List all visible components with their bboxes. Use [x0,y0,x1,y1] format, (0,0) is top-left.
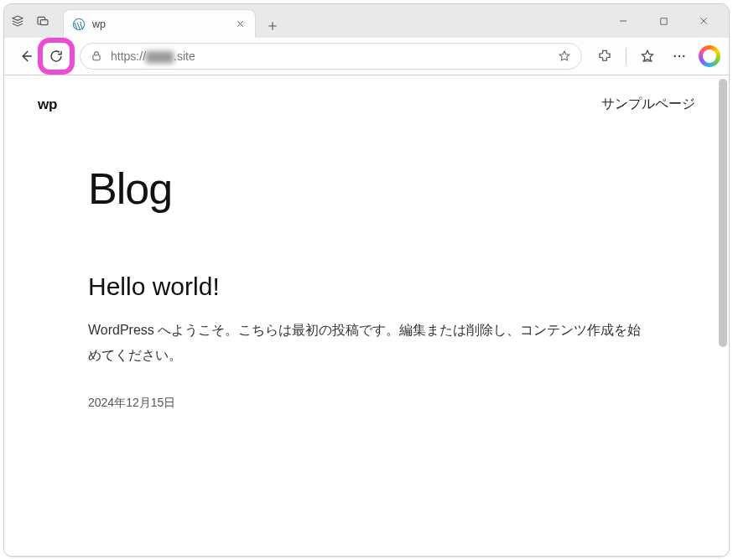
viewport: wp サンプルページ Blog Hello world! WordPress へ… [4,75,729,557]
toolbar-divider [626,48,626,65]
extensions-icon[interactable] [592,44,617,69]
window-close-button[interactable] [685,8,722,34]
svg-point-7 [683,55,684,57]
post: Hello world! WordPress へようこそ。こちらは最初の投稿です… [88,272,645,411]
browser-window: wp [3,3,730,557]
browser-tab[interactable]: wp [63,9,256,38]
url-protocol: https:// [111,49,146,63]
favorite-star-icon[interactable] [558,49,571,63]
post-date: 2024年12月15日 [88,396,645,411]
titlebar: wp [4,4,729,38]
window-controls [605,8,722,34]
copilot-icon[interactable] [699,45,720,67]
svg-rect-1 [40,20,48,25]
scrollbar-thumb[interactable] [719,79,727,347]
post-title[interactable]: Hello world! [88,272,645,301]
svg-point-6 [678,55,680,57]
window-maximize-button[interactable] [645,8,682,34]
window-minimize-button[interactable] [605,8,642,34]
toolbar-right [592,44,720,69]
svg-rect-4 [93,55,100,60]
main-content: Blog Hello world! WordPress へようこそ。こちらは最初… [4,123,729,444]
site-title[interactable]: wp [38,96,57,113]
back-button[interactable] [13,43,39,70]
browser-chrome: wp [4,4,729,75]
nav-sample-page[interactable]: サンプルページ [601,96,695,111]
favorites-icon[interactable] [635,44,660,69]
workspaces-icon[interactable] [11,14,24,28]
more-menu-icon[interactable] [667,44,692,69]
tab-close-button[interactable] [233,18,247,31]
titlebar-left-icons [11,14,49,28]
svg-point-5 [674,55,676,57]
svg-rect-3 [660,18,666,23]
url-text: https:// ▇▇▇ .site [111,49,549,63]
site-security-icon[interactable] [91,50,102,62]
page-heading: Blog [88,163,645,214]
new-tab-button[interactable] [261,14,284,38]
page-content: wp サンプルページ Blog Hello world! WordPress へ… [4,75,729,557]
toolbar: https:// ▇▇▇ .site [4,38,729,75]
post-excerpt: WordPress へようこそ。こちらは最初の投稿です。編集または削除し、コンテ… [88,318,642,367]
url-suffix: .site [174,49,195,63]
tab-actions-icon[interactable] [36,14,49,28]
address-bar[interactable]: https:// ▇▇▇ .site [80,43,582,70]
tab-title: wp [92,18,226,30]
wordpress-favicon-icon [72,18,86,31]
tab-strip: wp [63,4,284,38]
url-host-blurred: ▇▇▇ [146,49,174,63]
site-header: wp サンプルページ [4,75,729,123]
refresh-button[interactable] [43,43,70,70]
site-nav: サンプルページ [601,96,695,113]
